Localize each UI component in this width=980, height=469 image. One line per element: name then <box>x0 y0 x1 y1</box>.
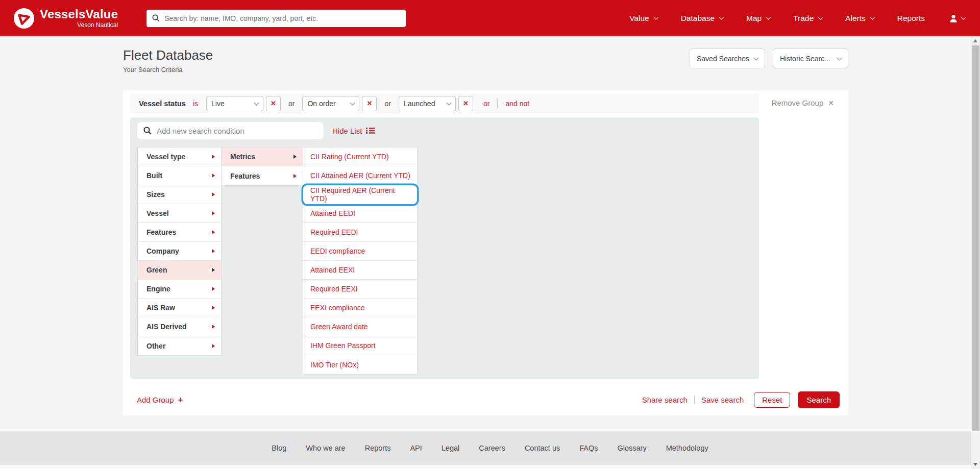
footer-link-reports[interactable]: Reports <box>365 444 391 452</box>
condition-menu: Vessel typeBuiltSizesVesselFeaturesCompa… <box>137 147 752 375</box>
vessel-status-value-select[interactable]: Live <box>206 96 263 111</box>
menu-column-subcategories: MetricsFeatures <box>221 147 303 186</box>
menu-column-categories: Vessel typeBuiltSizesVesselFeaturesCompa… <box>137 147 222 356</box>
top-nav: VesselsValue Veson Nautical ValueDatabas… <box>0 0 980 36</box>
vessel-status-value-select[interactable]: On order <box>302 96 359 111</box>
nav-item-value[interactable]: Value <box>629 14 657 23</box>
remove-condition-button[interactable]: ✕ <box>362 96 377 111</box>
add-group-label: Add Group <box>137 396 174 404</box>
scroll-up-icon[interactable] <box>973 39 977 42</box>
add-or-condition-link[interactable]: or <box>483 100 489 108</box>
reset-button[interactable]: Reset <box>754 392 790 408</box>
menu-subcategory-metrics[interactable]: Metrics <box>222 147 303 166</box>
menu-category-vessel-type[interactable]: Vessel type <box>138 147 221 166</box>
footer-link-methodology[interactable]: Methodology <box>666 444 708 452</box>
vessel-status-value: On order <box>307 100 335 108</box>
menu-field-attained-eexi[interactable]: Attained EEXI <box>303 261 417 280</box>
add-condition-field[interactable] <box>137 122 324 139</box>
menu-field-cii-required-aer-current-ytd-[interactable]: CII Required AER (Current YTD) <box>303 185 417 204</box>
global-search-box[interactable] <box>146 10 406 27</box>
add-condition-input[interactable] <box>157 127 317 135</box>
footer-link-careers[interactable]: Careers <box>479 444 505 452</box>
chevron-down-icon <box>446 100 451 105</box>
menu-field-required-eexi[interactable]: Required EEXI <box>303 280 417 299</box>
saved-searches-select[interactable]: Saved Searches <box>690 48 765 68</box>
nav-item-alerts[interactable]: Alerts <box>845 14 874 23</box>
menu-category-sizes[interactable]: Sizes <box>138 185 221 204</box>
menu-subcategory-features[interactable]: Features <box>222 166 303 185</box>
menu-field-eedi-compliance[interactable]: EEDI compliance <box>303 242 417 261</box>
divider <box>497 99 498 108</box>
search-button[interactable]: Search <box>798 391 840 408</box>
historic-searches-select[interactable]: Historic Searc... <box>773 48 848 68</box>
footer-link-who-we-are[interactable]: Who we are <box>306 444 345 452</box>
menu-item-label: Company <box>146 247 179 255</box>
nav-item-trade[interactable]: Trade <box>793 14 822 23</box>
menu-category-features[interactable]: Features <box>138 223 221 242</box>
menu-item-label: AIS Raw <box>146 304 175 312</box>
scroll-down-icon[interactable] <box>973 463 977 466</box>
chevron-down-icon <box>766 14 771 19</box>
menu-category-other[interactable]: Other <box>138 336 221 355</box>
chevron-down-icon <box>754 55 759 60</box>
menu-column-fields: CII Rating (Current YTD)CII Attained AER… <box>303 147 418 375</box>
chevron-right-icon <box>293 174 297 178</box>
menu-category-built[interactable]: Built <box>138 166 221 185</box>
menu-item-label: Metrics <box>230 153 255 161</box>
footer-link-glossary[interactable]: Glossary <box>617 444 646 452</box>
menu-field-required-eedi[interactable]: Required EEDI <box>303 223 417 242</box>
menu-field-attained-eedi[interactable]: Attained EEDI <box>303 204 417 223</box>
vessel-status-value-select[interactable]: Launched <box>399 96 456 111</box>
search-icon <box>152 14 160 22</box>
user-menu-button[interactable] <box>948 13 965 23</box>
global-search-input[interactable] <box>164 14 400 22</box>
hide-list-button[interactable]: Hide List <box>332 127 375 135</box>
search-icon <box>143 127 152 135</box>
footer-link-contact-us[interactable]: Contact us <box>525 444 560 452</box>
menu-category-vessel[interactable]: Vessel <box>138 204 221 223</box>
divider <box>694 396 695 404</box>
or-label: or <box>384 100 390 108</box>
remove-condition-button[interactable]: ✕ <box>458 96 473 111</box>
footer-link-faqs[interactable]: FAQs <box>579 444 598 452</box>
chevron-right-icon <box>212 174 215 178</box>
brand-logo[interactable]: VesselsValue Veson Nautical <box>13 8 118 29</box>
field-label: Vessel status <box>139 100 186 108</box>
menu-category-green[interactable]: Green <box>138 261 221 280</box>
chevron-down-icon <box>837 55 842 60</box>
remove-condition-button[interactable]: ✕ <box>266 96 281 111</box>
menu-field-green-award-date[interactable]: Green Award date <box>303 317 417 336</box>
menu-category-engine[interactable]: Engine <box>138 280 221 299</box>
add-and-not-condition-link[interactable]: and not <box>505 100 529 108</box>
primary-nav: ValueDatabaseMapTradeAlertsReports <box>629 14 925 23</box>
save-search-link[interactable]: Save search <box>701 396 744 404</box>
menu-category-ais-derived[interactable]: AIS Derived <box>138 317 221 336</box>
nav-item-reports[interactable]: Reports <box>897 14 925 23</box>
share-search-link[interactable]: Share search <box>642 396 688 404</box>
menu-item-label: Engine <box>146 285 170 293</box>
menu-field-imo-tier-nox-[interactable]: IMO Tier (NOx) <box>303 355 417 374</box>
menu-item-label: Other <box>146 342 165 350</box>
condition-group: Hide List Vessel typeBuiltSizesVesselFea… <box>130 117 759 379</box>
add-group-button[interactable]: Add Group + <box>137 395 183 405</box>
nav-item-map[interactable]: Map <box>746 14 770 23</box>
footer-link-legal[interactable]: Legal <box>442 444 459 452</box>
menu-field-cii-rating-current-ytd-[interactable]: CII Rating (Current YTD) <box>303 147 417 166</box>
menu-field-ihm-green-passport[interactable]: IHM Green Passport <box>303 336 417 355</box>
scrollbar-thumb[interactable] <box>972 45 979 431</box>
chevron-down-icon <box>254 100 259 105</box>
menu-category-ais-raw[interactable]: AIS Raw <box>138 299 221 317</box>
footer-link-blog[interactable]: Blog <box>272 444 286 452</box>
menu-field-cii-attained-aer-current-ytd-[interactable]: CII Attained AER (Current YTD) <box>303 166 417 185</box>
menu-field-eexi-compliance[interactable]: EEXI compliance <box>303 299 417 317</box>
footer-link-api[interactable]: API <box>410 444 422 452</box>
remove-group-button[interactable]: Remove Group ✕ <box>772 98 834 107</box>
nav-item-database[interactable]: Database <box>681 14 723 23</box>
chevron-right-icon <box>212 325 215 329</box>
vessel-status-value: Live <box>211 100 225 108</box>
vertical-scrollbar[interactable] <box>971 36 980 469</box>
chevron-right-icon <box>212 230 215 234</box>
menu-category-company[interactable]: Company <box>138 242 221 261</box>
chevron-right-icon <box>293 155 297 159</box>
menu-item-label: Features <box>230 172 260 180</box>
